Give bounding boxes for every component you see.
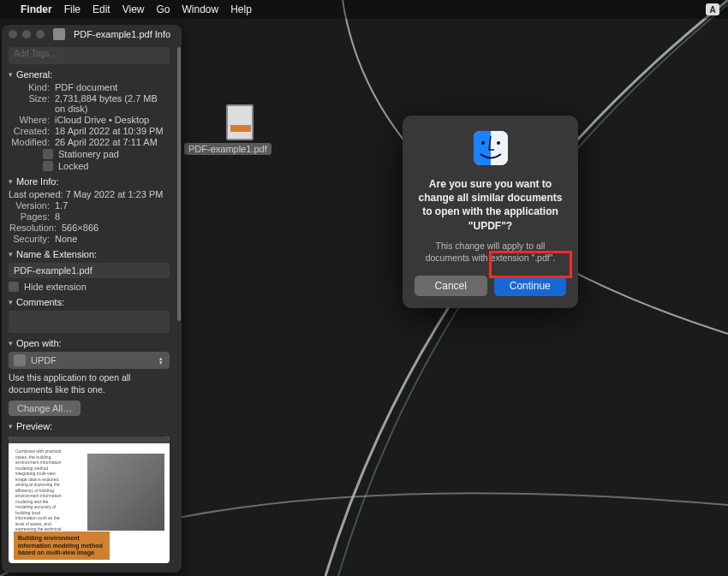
openwith-help: Use this application to open all documen… [9,372,170,395]
section-preview[interactable]: Preview: [9,421,170,431]
window-title: PDF-example1.pdf Info [74,29,170,39]
chevron-updown-icon: ▴▾ [159,357,164,365]
menu-file[interactable]: File [64,3,81,15]
section-moreinfo[interactable]: More Info: [9,176,170,187]
cancel-button[interactable]: Cancel [415,276,487,296]
input-source-badge[interactable]: A [706,3,719,15]
menu-edit[interactable]: Edit [92,3,110,15]
dialog-title: Are you sure you want to change all simi… [415,177,566,233]
size-label: Size: [9,93,50,114]
openwith-app: UPDF [31,355,57,365]
svg-point-1 [481,141,485,145]
zoom-icon[interactable] [36,30,45,39]
menu-window[interactable]: Window [182,3,219,15]
preview-banner: Building environment information modelin… [14,531,110,560]
modified-value: 26 April 2022 at 7:11 AM [55,137,158,147]
section-general[interactable]: General: [9,69,170,80]
created-label: Created: [9,126,50,136]
menu-view[interactable]: View [122,3,145,15]
dialog-subtitle: This change will apply to all documents … [415,240,566,264]
window-proxy-icon [53,28,65,40]
kind-value: PDF document [55,82,117,92]
openwith-select[interactable]: UPDF ▴▾ [9,352,170,369]
modified-label: Modified: [9,137,50,147]
size-value: 2,731,884 bytes (2.7 MB on disk) [55,93,170,114]
app-name[interactable]: Finder [21,3,52,15]
section-comments[interactable]: Comments: [9,297,170,307]
continue-button[interactable]: Continue [494,276,567,296]
hideext-checkbox[interactable]: Hide extension [9,282,170,292]
desktop-file[interactable]: PDF-example1.pdf [184,104,295,156]
where-label: Where: [9,115,50,125]
stationery-checkbox[interactable]: Stationery pad [43,149,170,159]
info-titlebar[interactable]: PDF-example1.pdf Info [2,25,182,44]
menu-go[interactable]: Go [157,3,170,15]
lastopened: Last opened: 7 May 2022 at 1:23 PM [9,189,170,199]
file-label: PDF-example1.pdf [184,143,272,155]
get-info-window: PDF-example1.pdf Info Add Tags… General:… [2,25,182,573]
file-thumbnail-icon [226,104,254,140]
where-value: iCloud Drive • Desktop [55,115,149,125]
finder-icon [474,131,508,165]
filename-input[interactable]: PDF-example1.pdf [9,263,170,278]
tags-field[interactable]: Add Tags… [9,47,170,64]
close-icon[interactable] [9,30,17,39]
locked-checkbox[interactable]: Locked [43,161,170,171]
scrollbar[interactable] [177,47,181,321]
confirmation-dialog: Are you sure you want to change all simi… [403,116,578,308]
comments-input[interactable] [9,311,170,333]
section-openwith[interactable]: Open with: [9,338,170,348]
checkbox-icon [43,161,53,171]
section-nameext[interactable]: Name & Extension: [9,249,170,259]
created-value: 18 April 2022 at 10:39 PM [55,126,164,136]
menu-help[interactable]: Help [230,3,252,15]
minimize-icon[interactable] [22,30,31,39]
checkbox-icon [9,282,19,292]
svg-point-2 [497,141,500,145]
kind-label: Kind: [9,82,50,92]
checkbox-icon [43,149,53,159]
app-icon [14,354,26,366]
menubar: Finder File Edit View Go Window Help A [0,0,728,19]
preview-thumbnail: Combined with practical cases, the build… [9,436,170,563]
changeall-button[interactable]: Change All… [9,401,81,416]
